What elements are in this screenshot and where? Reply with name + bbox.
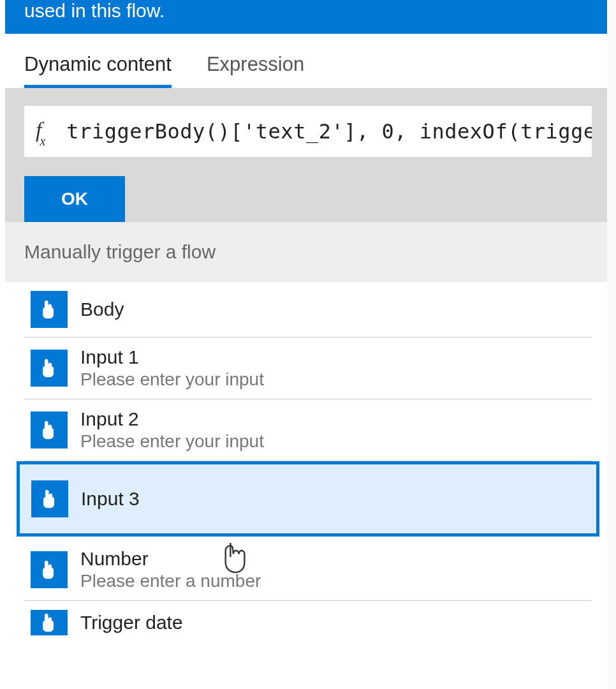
ok-button[interactable]: OK (24, 176, 125, 222)
banner-text: used in this flow. (24, 0, 165, 21)
trigger-icon (31, 350, 68, 387)
item-trigger-date[interactable]: Trigger date (24, 601, 592, 644)
tab-label: Dynamic content (24, 53, 172, 75)
item-desc: Please enter a number (80, 571, 261, 591)
tab-label: Expression (207, 53, 304, 75)
trigger-icon (31, 291, 68, 328)
item-title: Number (80, 548, 261, 570)
expression-input[interactable]: fx triggerBody()['text_2'], 0, indexOf(t… (24, 106, 592, 157)
item-title: Input 1 (80, 346, 264, 368)
dynamic-content-panel: used in this flow. Dynamic content Expre… (5, 0, 611, 644)
section-header: Manually trigger a flow (5, 222, 611, 282)
trigger-icon (31, 411, 68, 448)
item-title: Input 3 (81, 488, 140, 510)
dynamic-content-list: Body Input 1 Please enter your input Inp… (5, 282, 611, 644)
item-input-2[interactable]: Input 2 Please enter your input (24, 399, 592, 461)
tab-dynamic-content[interactable]: Dynamic content (24, 53, 172, 88)
info-banner: used in this flow. (5, 0, 611, 34)
item-desc: Please enter your input (80, 369, 264, 390)
ok-label: OK (61, 189, 88, 209)
item-number[interactable]: Number Please enter a number (24, 539, 592, 601)
expression-area: fx triggerBody()['text_2'], 0, indexOf(t… (5, 88, 611, 222)
tab-expression[interactable]: Expression (207, 53, 304, 88)
item-body[interactable]: Body (24, 282, 592, 337)
expression-text: triggerBody()['text_2'], 0, indexOf(trig… (66, 119, 592, 144)
trigger-icon (31, 480, 68, 517)
item-title: Trigger date (80, 612, 183, 633)
right-edge (607, 0, 616, 689)
item-title: Input 2 (80, 408, 264, 430)
item-desc: Please enter your input (80, 431, 264, 452)
item-input-1[interactable]: Input 1 Please enter your input (24, 337, 592, 399)
item-title: Body (80, 299, 124, 320)
section-title: Manually trigger a flow (24, 241, 216, 262)
trigger-icon (31, 551, 68, 588)
fx-icon: fx (36, 118, 47, 145)
trigger-icon (31, 610, 68, 635)
item-input-3[interactable]: Input 3 (17, 461, 599, 537)
tabs: Dynamic content Expression (5, 34, 611, 88)
